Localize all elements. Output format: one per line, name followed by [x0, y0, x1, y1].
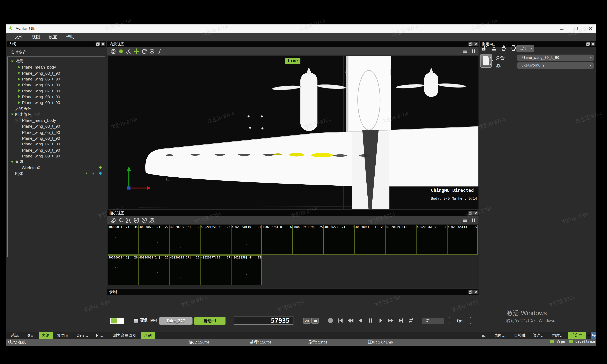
menu-item-0[interactable]: 文件 — [13, 34, 25, 40]
tab-项目[interactable]: 项目 — [23, 332, 37, 339]
scene-viewport[interactable]: Live ChingMU Directed Body: 0/0 Marker: … — [108, 56, 479, 209]
rigidbody-icon[interactable] — [91, 171, 95, 176]
printer-icon[interactable] — [510, 45, 516, 51]
close-panel-button[interactable] — [101, 42, 105, 46]
tree-item-Plane_wing_05_t_90[interactable]: Plane_wing_05_t_90 — [8, 76, 105, 82]
move-icon[interactable] — [133, 48, 140, 55]
split-view-icon[interactable] — [470, 217, 476, 223]
camera-thumbnail-40020199[ 9][interactable]: 40020199[ 9]25 — [293, 225, 324, 254]
tree-item-Plane_wing_09_t_90[interactable]: Plane_wing_09_t_90 — [8, 153, 105, 159]
tree-item-Plane_wing_09_t_90[interactable]: Plane_wing_09_t_90 — [8, 100, 105, 106]
close-panel-button[interactable] — [473, 211, 478, 215]
record-button[interactable] — [327, 317, 334, 324]
camera-thumbnail-40020015[17][interactable]: 40020015[17]22 — [169, 255, 200, 285]
tab-相机…[interactable]: 相机… — [492, 332, 510, 339]
role-dropdown[interactable]: Plane_wing_09_t_90▼ — [517, 54, 594, 61]
zoom-icon[interactable] — [118, 217, 124, 223]
skip-start-button[interactable] — [337, 317, 344, 324]
camera-thumbnail-40020081[14][interactable]: 40020081[14]21 — [138, 255, 169, 285]
cube-icon[interactable] — [118, 48, 124, 55]
float-panel-button[interactable] — [468, 42, 473, 46]
close-panel-button[interactable] — [473, 290, 478, 294]
curve-icon[interactable] — [156, 48, 163, 55]
fast-forward-button[interactable] — [388, 317, 394, 324]
tree-item-Plane_wing_06_t_90[interactable]: Plane_wing_06_t_90 — [8, 135, 105, 141]
split-view-icon[interactable] — [470, 48, 476, 55]
tab-资产…[interactable]: 资产… — [530, 332, 548, 339]
tree-item-Plane_mean_body[interactable]: Plane_mean_body — [8, 117, 105, 123]
skip-end-button[interactable] — [398, 317, 404, 324]
float-panel-button[interactable] — [468, 290, 473, 294]
page-dropdown[interactable]: 1/1▼ — [516, 45, 534, 52]
camera-thumbnail-40020021[ 1][interactable]: 40020021[ 1]26 — [108, 255, 138, 285]
maximize-button[interactable] — [574, 26, 579, 31]
tree-item-Plane_wing_07_t_90[interactable]: Plane_wing_07_t_90 — [8, 88, 105, 94]
bulb-green-icon[interactable] — [98, 166, 103, 170]
tree-item-刚体[interactable]: 刚体 — [8, 171, 105, 177]
tab-Pl…[interactable]: Pl… — [93, 332, 107, 339]
float-panel-button[interactable] — [586, 42, 590, 46]
camera-thumbnail-40020085[ 6][interactable]: 40020085[ 6]12 — [169, 225, 200, 254]
zoom-area-icon[interactable] — [125, 217, 132, 223]
camera-thumbnail-40020135[ 3][interactable]: 40020135[ 3]25 — [200, 225, 231, 254]
tree-item-Skeleton0[interactable]: Skeleton0 — [8, 165, 105, 171]
person-icon[interactable] — [490, 45, 497, 51]
tree-item-Plane_wing_08_t_90[interactable]: Plane_wing_08_t_90 — [8, 147, 105, 153]
menu-item-1[interactable]: 视图 — [30, 34, 42, 40]
tree-item-Plane_wing_03_t_90[interactable]: Plane_wing_03_t_90 — [8, 70, 105, 76]
tree-item-骨骼[interactable]: 骨骼 — [8, 159, 105, 165]
view-3d-button[interactable]: 3D — [311, 318, 319, 324]
lock-icon[interactable] — [481, 45, 487, 51]
cup-icon[interactable] — [500, 45, 507, 51]
tree-item-Plane_wing_07_t_90[interactable]: Plane_wing_07_t_90 — [8, 141, 105, 147]
tree-item-Plane_wing_03_t_90[interactable]: Plane_wing_03_t_90 — [8, 123, 105, 129]
pause-button[interactable] — [367, 317, 374, 324]
source-dropdown[interactable]: Skeleton0_9▼ — [517, 62, 594, 69]
menu-item-2[interactable]: 设置 — [47, 34, 59, 40]
close-button[interactable] — [588, 26, 593, 31]
tree-item-Plane_mean_body[interactable]: Plane_mean_body — [8, 64, 105, 70]
camera-thumbnail-40020179[11][interactable]: 40020179[11]12 — [385, 225, 416, 254]
tree-item-Plane_wing_06_t_90[interactable]: Plane_wing_06_t_90 — [8, 82, 105, 88]
tab-a…[interactable]: a… — [479, 332, 491, 339]
close-panel-button[interactable] — [591, 42, 595, 46]
shield-x-icon[interactable] — [141, 217, 148, 223]
rotate-icon[interactable] — [141, 48, 148, 55]
tab-重定向[interactable]: 重定向 — [568, 332, 586, 339]
tab-自校准[interactable]: 自校准 — [511, 332, 529, 339]
shield-check-icon[interactable] — [133, 217, 140, 223]
chevron-down-icon[interactable]: ▼ — [491, 59, 494, 61]
tab-大纲[interactable]: 大纲 — [39, 332, 53, 339]
auto-increment-button[interactable]: 自动+1 — [194, 317, 226, 325]
camera-thumbnail-40020278[ 8][interactable]: 40020278[ 8]6 — [262, 225, 293, 254]
eye-icon[interactable] — [149, 48, 155, 55]
step-back-button[interactable] — [357, 317, 364, 324]
camera-thumbnail-40020079[ 2][interactable]: 40020079[ 2]22 — [138, 225, 169, 254]
overwrite-take-checkbox[interactable] — [134, 318, 139, 324]
camera-thumbnail-40020011[12][interactable]: 40020011[12]34 — [108, 225, 138, 254]
tab-测力台[interactable]: 测力台 — [54, 332, 72, 339]
minimize-button[interactable] — [559, 26, 565, 31]
playback-speed-dropdown[interactable]: X1▼ — [422, 318, 444, 324]
tree-item-刚体角色[interactable]: 刚体角色 — [8, 112, 105, 117]
camera-icon[interactable] — [110, 48, 117, 55]
float-panel-button[interactable] — [96, 42, 100, 46]
character-preview-button[interactable] — [480, 53, 492, 67]
camera-thumbnail-40020058[ 4][interactable]: 40020058[ 4]22 — [231, 255, 262, 285]
camera-thumbnail-40020265[13][interactable]: 40020265[13]25 — [447, 225, 478, 254]
play-button[interactable] — [378, 317, 384, 324]
tab-录制[interactable]: 录制 — [141, 332, 155, 339]
view-2d-button[interactable]: 2D — [303, 318, 310, 324]
close-panel-button[interactable] — [473, 42, 478, 46]
camera-thumbnail-40020177[15][interactable]: 40020177[15]17 — [200, 255, 231, 285]
tree-item-Plane_wing_08_t_90[interactable]: Plane_wing_08_t_90 — [8, 94, 105, 100]
tab-Dels…[interactable]: Dels… — [74, 332, 91, 339]
locate-icon[interactable] — [110, 217, 117, 223]
bulb-blue-icon[interactable] — [98, 171, 103, 176]
fps-button[interactable]: fps — [449, 317, 471, 324]
tree-item-Plane_wing_05_t_90[interactable]: Plane_wing_05_t_90 — [8, 129, 105, 135]
float-panel-button[interactable] — [468, 211, 473, 215]
tri-up-icon[interactable] — [84, 171, 89, 176]
rewind-button[interactable] — [347, 317, 354, 324]
menu-item-3[interactable]: 帮助 — [64, 34, 76, 40]
